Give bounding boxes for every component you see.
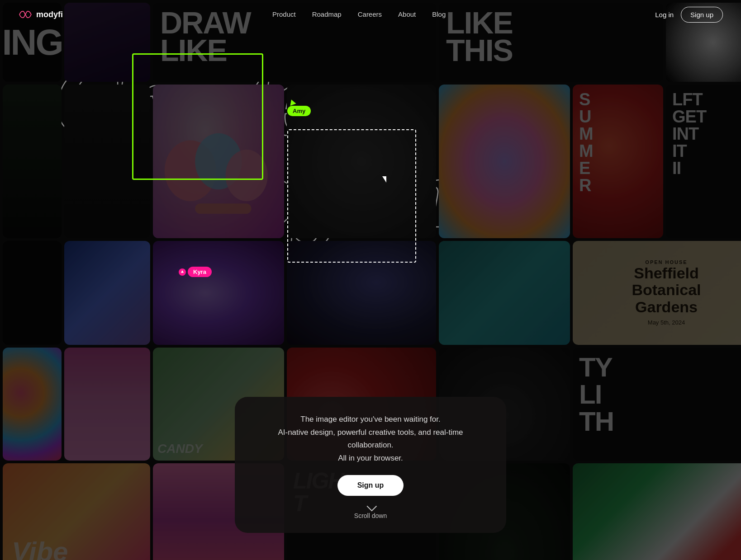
nav-blog[interactable]: Blog [432, 10, 446, 18]
brand-name: modyfi [36, 10, 63, 19]
login-button[interactable]: Log in [655, 11, 674, 19]
scroll-label: Scroll down [354, 512, 387, 519]
desc-line1: The image editor you've been waiting for… [256, 413, 484, 425]
cursor-dot-kyra [179, 268, 186, 276]
nav-roadmap[interactable]: Roadmap [312, 10, 342, 18]
selection-box-dashed [287, 129, 416, 263]
nav-actions: Log in Sign up [655, 7, 723, 23]
brand-logo[interactable]: modyfi [18, 10, 63, 19]
badge-kyra: Kyra [188, 267, 212, 277]
logo-icon [18, 10, 33, 19]
desc-line2: AI-native design, powerful creative tool… [256, 426, 484, 451]
cursor-amy: Amy [287, 99, 311, 116]
info-description: The image editor you've been waiting for… [256, 413, 484, 464]
nav-careers[interactable]: Careers [358, 10, 382, 18]
scroll-down[interactable]: Scroll down [256, 505, 484, 519]
chevron-down-icon [366, 505, 375, 510]
desc-line3: All in your browser. [256, 452, 484, 464]
hero-content: The image editor you've been waiting for… [0, 0, 741, 560]
info-card: The image editor you've been waiting for… [235, 397, 506, 533]
cursor-pointer-icon [382, 176, 386, 183]
nav-links: Product Roadmap Careers About Blog [272, 10, 446, 19]
signup-button-main[interactable]: Sign up [337, 475, 404, 496]
badge-amy: Amy [287, 106, 311, 116]
selection-box-green [132, 53, 263, 180]
cursor-kyra: Kyra [179, 267, 212, 277]
navbar: modyfi Product Roadmap Careers About Blo… [0, 0, 741, 29]
nav-about[interactable]: About [398, 10, 416, 18]
signup-button-nav[interactable]: Sign up [681, 7, 723, 23]
nav-product[interactable]: Product [272, 10, 296, 18]
